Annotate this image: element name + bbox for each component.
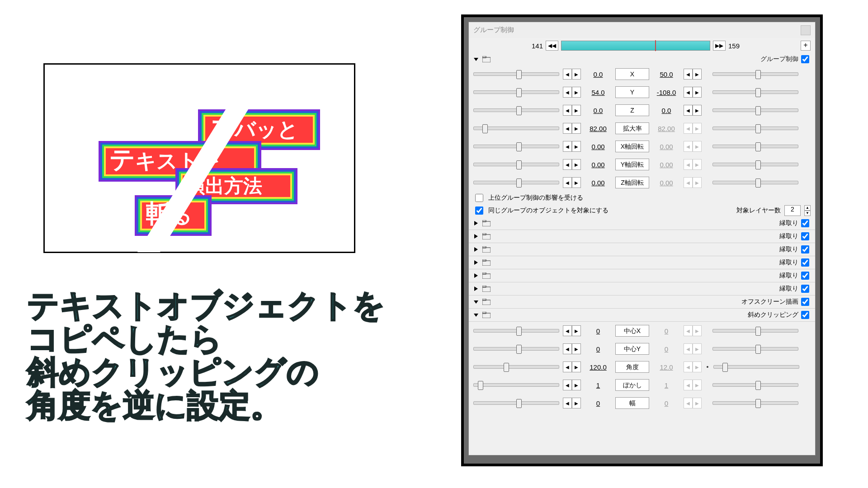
slider[interactable] (473, 108, 559, 112)
close-button[interactable] (801, 25, 811, 35)
param-name[interactable]: ぼかし (615, 379, 649, 391)
value-left[interactable]: 0.0 (585, 107, 612, 114)
stepper-left[interactable]: ◀▶ (563, 325, 581, 336)
value-right[interactable]: 1 (653, 381, 680, 389)
layer-up-button[interactable]: ▲ (804, 205, 811, 211)
slider[interactable] (473, 401, 559, 405)
group-control-checkbox[interactable] (801, 55, 809, 63)
value-right[interactable]: 50.0 (653, 70, 680, 78)
value-right[interactable]: 0.00 (653, 179, 680, 187)
value-left[interactable]: 54.0 (585, 89, 612, 96)
upper-group-checkbox[interactable] (475, 194, 483, 202)
value-right[interactable]: -108.0 (653, 89, 680, 96)
stepper-left[interactable]: ◀▶ (563, 343, 581, 354)
stepper-right[interactable]: ◀▶ (684, 361, 702, 372)
slider[interactable] (712, 163, 798, 166)
value-right[interactable]: 12.0 (653, 363, 680, 371)
offscreen-checkbox[interactable] (801, 298, 809, 306)
slider[interactable] (473, 383, 559, 387)
expand-icon[interactable] (473, 234, 480, 239)
slider[interactable] (473, 347, 559, 351)
value-left[interactable]: 0 (585, 399, 612, 407)
stepper-right[interactable]: ◀▶ (684, 343, 702, 354)
prev-keyframe-button[interactable]: ◀◀ (546, 41, 558, 51)
stepper-left[interactable]: ◀▶ (563, 398, 581, 408)
value-left[interactable]: 1 (585, 381, 612, 389)
param-name[interactable]: Y軸回転 (615, 159, 649, 170)
stepper-left[interactable]: ◀▶ (563, 380, 581, 390)
stepper-left[interactable]: ◀▶ (563, 159, 581, 170)
border-checkbox[interactable] (801, 245, 809, 253)
slider[interactable] (473, 72, 559, 76)
param-name[interactable]: X軸回転 (615, 141, 649, 152)
collapse-icon[interactable] (473, 299, 480, 305)
border-checkbox[interactable] (801, 219, 809, 227)
stepper-right[interactable]: ◀▶ (684, 69, 702, 80)
value-left[interactable]: 0.00 (585, 161, 612, 169)
value-left[interactable]: 0 (585, 345, 612, 353)
slider[interactable] (473, 127, 559, 130)
stepper-right[interactable]: ◀▶ (684, 87, 702, 98)
slider[interactable] (712, 401, 798, 405)
stepper-right[interactable]: ◀▶ (684, 159, 702, 170)
value-right[interactable]: 0 (653, 399, 680, 407)
param-name[interactable]: Z軸回転 (615, 177, 649, 188)
value-left[interactable]: 0 (585, 327, 612, 335)
border-checkbox[interactable] (801, 285, 809, 293)
slider[interactable] (712, 90, 798, 94)
border-checkbox[interactable] (801, 258, 809, 267)
stepper-right[interactable]: ◀▶ (684, 105, 702, 116)
stepper-left[interactable]: ◀▶ (563, 361, 581, 372)
param-name[interactable]: Z (615, 104, 649, 116)
slider[interactable] (473, 329, 559, 333)
stepper-right[interactable]: ◀▶ (684, 141, 702, 152)
border-checkbox[interactable] (801, 232, 809, 240)
stepper-right[interactable]: ◀▶ (684, 325, 702, 336)
value-right[interactable]: 0.00 (653, 143, 680, 150)
slider[interactable] (712, 383, 798, 387)
stepper-left[interactable]: ◀▶ (563, 87, 581, 98)
value-right[interactable]: 0.0 (653, 107, 680, 114)
slider[interactable] (712, 72, 798, 76)
layer-count-input[interactable]: 2 (784, 205, 801, 216)
slider[interactable] (473, 145, 559, 148)
stepper-right[interactable]: ◀▶ (684, 177, 702, 188)
param-name[interactable]: 幅 (615, 397, 649, 409)
stepper-right[interactable]: ◀▶ (684, 123, 702, 134)
slider[interactable] (712, 347, 798, 351)
value-right[interactable]: 82.00 (653, 125, 680, 132)
stepper-left[interactable]: ◀▶ (563, 123, 581, 134)
border-checkbox[interactable] (801, 272, 809, 280)
slider[interactable] (712, 108, 798, 112)
value-left[interactable]: 0.00 (585, 179, 612, 187)
slider[interactable] (473, 90, 559, 94)
layer-down-button[interactable]: ▼ (804, 211, 811, 216)
slider[interactable] (473, 181, 559, 184)
value-right[interactable]: 0.00 (653, 161, 680, 169)
clip-checkbox[interactable] (801, 311, 809, 319)
slider[interactable] (712, 127, 798, 130)
slider[interactable] (712, 329, 798, 333)
next-keyframe-button[interactable]: ▶▶ (713, 41, 726, 51)
slider[interactable] (473, 365, 559, 369)
collapse-icon[interactable] (473, 56, 480, 62)
expand-icon[interactable] (473, 260, 480, 265)
timeline-track[interactable] (561, 41, 710, 51)
expand-icon[interactable] (473, 286, 480, 291)
value-left[interactable]: 82.00 (585, 125, 612, 132)
slider[interactable] (712, 145, 798, 148)
slider[interactable] (712, 181, 798, 184)
value-left[interactable]: 120.0 (585, 363, 612, 371)
stepper-left[interactable]: ◀▶ (563, 141, 581, 152)
param-name[interactable]: Y (615, 86, 649, 98)
stepper-right[interactable]: ◀▶ (684, 398, 702, 408)
stepper-right[interactable]: ◀▶ (684, 380, 702, 390)
param-name[interactable]: 中心X (615, 325, 649, 337)
param-name[interactable]: 拡大率 (615, 122, 649, 134)
slider[interactable] (473, 163, 559, 166)
collapse-icon[interactable] (473, 312, 480, 318)
value-right[interactable]: 0 (653, 345, 680, 353)
stepper-left[interactable]: ◀▶ (563, 105, 581, 116)
stepper-left[interactable]: ◀▶ (563, 69, 581, 80)
expand-icon[interactable] (473, 273, 480, 278)
